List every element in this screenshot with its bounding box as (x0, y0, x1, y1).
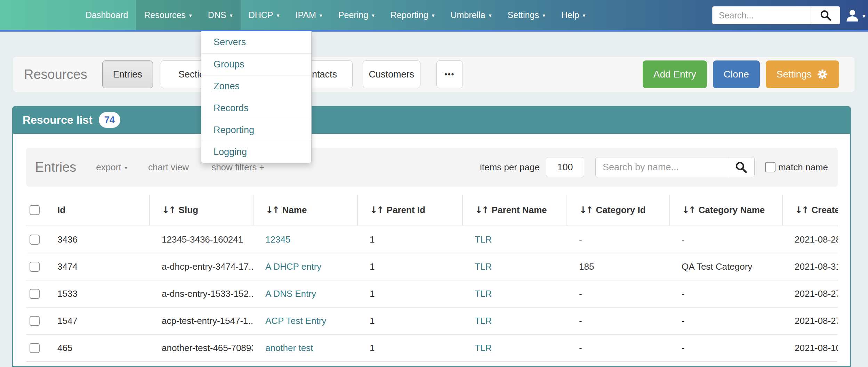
table-row: 1533 a-dns-entry-1533-152... A DNS Entry… (26, 280, 838, 307)
settings-button[interactable]: Settings (766, 60, 839, 88)
cell-category-name: - (669, 307, 782, 334)
column-header-created[interactable]: ↓↑Created (782, 195, 838, 226)
cell-category-id: - (567, 226, 669, 253)
column-header-parent-name[interactable]: ↓↑Parent Name (463, 195, 567, 226)
cell-name-link[interactable]: A DHCP entry (253, 253, 357, 280)
nav-item-help[interactable]: Help ▾ (553, 0, 593, 30)
export-dropdown[interactable]: export ▾ (96, 162, 127, 173)
cell-id: 1547 (50, 307, 150, 334)
column-header-name[interactable]: ↓↑Name (253, 195, 357, 226)
chart-view-link[interactable]: chart view (148, 162, 189, 173)
cell-name-link[interactable]: ACP Test Entry (253, 307, 357, 334)
page-title: Resources (24, 67, 87, 82)
column-header-slug[interactable]: ↓↑Slug (150, 195, 253, 226)
match-name-checkbox[interactable] (765, 162, 775, 172)
cell-created: 2021-08-28 00 (782, 226, 838, 253)
chevron-down-icon: ▾ (230, 13, 233, 18)
cell-id: 465 (50, 334, 150, 361)
nav-item-label: Help (561, 10, 579, 20)
nav-item-dhcp[interactable]: DHCP ▾ (241, 0, 288, 30)
cell-parent-name-link[interactable]: TLR (463, 307, 567, 334)
nav-item-ipam[interactable]: IPAM ▾ (288, 0, 330, 30)
items-per-page-input[interactable] (546, 157, 584, 177)
column-header-category-name[interactable]: ↓↑Category Name (669, 195, 782, 226)
cell-name-link[interactable]: A DNS Entry (253, 280, 357, 307)
dns-menu-item-logging[interactable]: Logging (201, 141, 311, 163)
chevron-down-icon: ▾ (320, 13, 322, 18)
sort-icon: ↓↑ (162, 205, 175, 215)
nav-item-label: Resources (144, 10, 186, 20)
nav-item-settings[interactable]: Settings ▾ (500, 0, 553, 30)
global-search-button[interactable] (811, 7, 840, 24)
cell-slug: 12345-3436-160241 (150, 226, 253, 253)
nav-item-resources[interactable]: Resources ▾ (136, 0, 200, 30)
row-checkbox[interactable] (30, 235, 40, 245)
nav-item-dashboard[interactable]: Dashboard (78, 0, 136, 30)
dns-dropdown-menu: Servers Groups Zones Records Reporting L… (201, 31, 312, 163)
table-row: 1547 acp-test-entry-1547-1... ACP Test E… (26, 307, 838, 334)
name-search (595, 157, 755, 177)
chevron-down-icon: ▾ (125, 165, 128, 170)
cell-category-name: - (669, 226, 782, 253)
nav-item-label: Umbrella (450, 10, 485, 20)
tab-entries[interactable]: Entries (102, 60, 153, 88)
add-entry-button[interactable]: Add Entry (643, 60, 707, 88)
more-tabs-button[interactable]: ••• (436, 60, 463, 88)
dns-menu-item-records[interactable]: Records (201, 97, 311, 119)
dns-menu-item-reporting[interactable]: Reporting (201, 119, 311, 141)
cell-id: 3436 (50, 226, 150, 253)
nav-item-label: DNS (208, 10, 226, 20)
sort-icon: ↓↑ (795, 205, 808, 215)
row-checkbox[interactable] (30, 262, 40, 272)
nav-item-label: Settings (508, 10, 539, 20)
row-checkbox[interactable] (30, 316, 40, 326)
dns-menu-item-servers[interactable]: Servers (201, 31, 311, 53)
column-header-category-id[interactable]: ↓↑Category Id (567, 195, 669, 226)
match-name-control: match name (765, 162, 828, 173)
tab-customers[interactable]: Customers (363, 60, 420, 88)
nav-item-reporting[interactable]: Reporting ▾ (383, 0, 442, 30)
select-all-checkbox[interactable] (30, 205, 40, 215)
global-search (712, 6, 840, 24)
table-scroll-area[interactable]: Id ↓↑Slug ↓↑Name ↓↑Parent Id ↓↑Parent Na… (26, 195, 838, 362)
sort-icon: ↓↑ (475, 205, 488, 215)
entries-toolbar: Entries export ▾ chart view show filters… (26, 148, 838, 187)
dns-menu-item-groups[interactable]: Groups (201, 53, 311, 75)
entries-table: Id ↓↑Slug ↓↑Name ↓↑Parent Id ↓↑Parent Na… (26, 195, 838, 362)
cell-category-name: - (669, 334, 782, 361)
cell-category-id: 185 (567, 253, 669, 280)
settings-button-label: Settings (777, 69, 812, 80)
global-search-input[interactable] (713, 7, 811, 24)
clone-button[interactable]: Clone (713, 60, 760, 88)
user-menu[interactable]: ▾ (845, 8, 866, 23)
cell-name-link[interactable]: 12345 (253, 226, 357, 253)
name-search-button[interactable] (728, 157, 754, 177)
resource-list-panel: Resource list 74 Entries export ▾ chart … (12, 106, 851, 367)
cell-name-link[interactable]: another test (253, 334, 357, 361)
nav-item-peering[interactable]: Peering ▾ (330, 0, 383, 30)
row-checkbox[interactable] (30, 289, 40, 299)
name-search-input[interactable] (596, 157, 728, 177)
nav-item-dns[interactable]: DNS ▾ (200, 0, 241, 30)
cell-slug: a-dhcp-entry-3474-17... (150, 253, 253, 280)
cell-created: 2021-08-31 18 (782, 253, 838, 280)
cell-parent-name-link[interactable]: TLR (463, 280, 567, 307)
nav-item-umbrella[interactable]: Umbrella ▾ (442, 0, 499, 30)
column-header-id[interactable]: Id (50, 195, 150, 226)
column-header-parent-id[interactable]: ↓↑Parent Id (357, 195, 463, 226)
cell-slug: a-dns-entry-1533-152... (150, 280, 253, 307)
show-filters-link[interactable]: show filters + (211, 162, 264, 173)
cell-parent-id: 1 (357, 334, 463, 361)
cell-parent-name-link[interactable]: TLR (463, 226, 567, 253)
sort-icon: ↓↑ (682, 205, 695, 215)
nav-item-label: Reporting (391, 10, 428, 20)
chevron-down-icon: ▾ (582, 13, 585, 18)
cell-parent-name-link[interactable]: TLR (463, 253, 567, 280)
cell-category-name: - (669, 280, 782, 307)
dns-menu-item-zones[interactable]: Zones (201, 75, 311, 97)
sort-icon: ↓↑ (266, 205, 279, 215)
table-row: 3436 12345-3436-160241 12345 1 TLR - - 2… (26, 226, 838, 253)
sort-icon: ↓↑ (370, 205, 383, 215)
row-checkbox[interactable] (30, 343, 40, 353)
cell-parent-name-link[interactable]: TLR (463, 334, 567, 361)
